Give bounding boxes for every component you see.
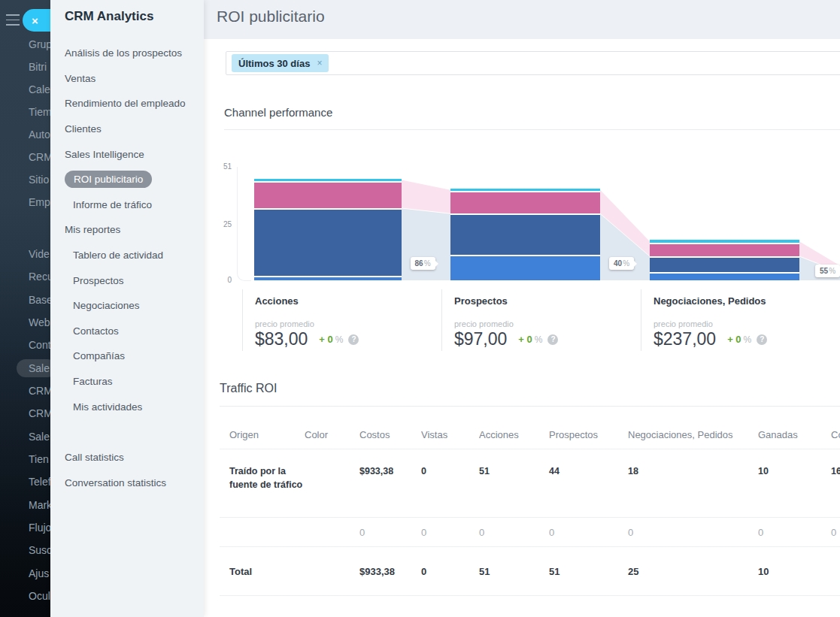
table-header-row: Origen Color Costos Vistas Acciones Pros… — [220, 421, 840, 449]
rail-item-sitios[interactable]: Sitio — [0, 168, 50, 191]
help-icon[interactable]: ? — [757, 334, 767, 345]
stage-card-title: Acciones — [255, 295, 441, 307]
avg-price-value: $237,00 — [654, 329, 716, 349]
funnel-bar-cyan — [450, 189, 600, 192]
table-cell — [305, 449, 359, 518]
table-cell: 0 — [421, 449, 479, 518]
column-header-co[interactable]: Co — [831, 421, 840, 449]
rail-item-recursos[interactable]: Recu — [0, 265, 50, 288]
funnel-bar-darkblue — [650, 258, 799, 273]
menu-item-negociaciones[interactable]: Negociaciones — [50, 293, 204, 319]
hamburger-menu-icon[interactable] — [6, 14, 20, 26]
avg-price-label: precio promedio — [454, 319, 641, 328]
filter-chip[interactable]: Últimos 30 días × — [232, 54, 329, 72]
rail-item-crm-3[interactable]: CRM — [0, 402, 50, 425]
percent-sign: % — [535, 334, 543, 345]
table-row: 0 0 0 0 0 0 0 — [220, 518, 840, 547]
menu-item-roi-publicitario-active[interactable]: ROI publicitario — [50, 167, 204, 192]
funnel-bar-blue — [450, 256, 600, 280]
conversion-badge: 55% — [815, 265, 840, 277]
rail-item-telefonia[interactable]: Telef — [0, 470, 50, 493]
close-icon: × — [32, 14, 38, 27]
page-title: ROI publicitario — [217, 8, 325, 26]
main-content: ROI publicitario Últimos 30 días × Chann… — [204, 0, 840, 617]
divider — [220, 406, 840, 407]
menu-item-rendimiento-empleado[interactable]: Rendimiento del empleado — [50, 91, 204, 116]
traffic-roi-table: Origen Color Costos Vistas Acciones Pros… — [220, 421, 840, 596]
table-cell: 0 — [831, 518, 840, 547]
table-cell: 51 — [479, 547, 549, 596]
crm-analytics-menu-panel: CRM Analytics Análisis de los prospectos… — [50, 0, 204, 617]
table-cell: 0 — [421, 518, 479, 547]
rail-item-ajustes[interactable]: Ajus — [0, 562, 50, 585]
help-icon[interactable]: ? — [547, 334, 558, 345]
help-icon[interactable]: ? — [348, 334, 359, 345]
rail-item-calendario[interactable]: Cale — [0, 78, 50, 101]
rail-item-ocultar[interactable]: Ocul — [0, 585, 50, 607]
menu-item-tablero-actividad[interactable]: Tablero de actividad — [50, 243, 204, 268]
column-header-ganadas[interactable]: Ganadas — [758, 421, 831, 449]
rail-item-webmail[interactable]: Web — [0, 311, 50, 334]
funnel-chart: 51 25 0 86%40%55% — [204, 134, 840, 293]
rail-item-sales[interactable]: Sale — [0, 425, 50, 448]
table-cell: 51 — [549, 547, 628, 596]
menu-item-clientes[interactable]: Clientes — [50, 116, 204, 142]
rail-item-tiempo[interactable]: Tiem — [0, 101, 50, 123]
rail-item-tienda[interactable]: Tien — [0, 448, 50, 470]
menu-item-analisis-prospectos[interactable]: Análisis de los prospectos — [50, 41, 204, 66]
rail-group-top: Grup Bitri Cale Tiem Auto CRM Sitio Emp — [0, 33, 50, 213]
rail-item-empresa[interactable]: Emp — [0, 191, 50, 213]
chip-close-icon[interactable]: × — [317, 58, 322, 68]
divider — [224, 129, 840, 130]
menu-item-facturas[interactable]: Facturas — [50, 369, 204, 395]
table-cell: 0 — [758, 518, 831, 547]
rail-item-bitrix[interactable]: Bitri — [0, 56, 50, 78]
rail-item-grupos[interactable]: Grup — [0, 33, 50, 56]
menu-item-ventas[interactable]: Ventas — [50, 66, 204, 92]
menu-item-sales-intelligence[interactable]: Sales Intelligence — [50, 141, 204, 167]
rail-item-sales-intelligence[interactable]: Sale — [0, 357, 50, 380]
rail-item-suscripcion[interactable]: Susc — [0, 539, 50, 561]
rail-item-flujos[interactable]: Flujo — [0, 516, 50, 539]
rail-item-auto[interactable]: Auto — [0, 123, 50, 146]
table-cell: 25 — [628, 547, 758, 596]
menu-item-informe-trafico[interactable]: Informe de tráfico — [50, 192, 204, 218]
table-cell: 0 — [479, 518, 549, 547]
rail-item-video[interactable]: Vide — [0, 243, 50, 265]
rail-item-crm-2[interactable]: CRM — [0, 380, 50, 402]
filter-chip-label: Últimos 30 días — [238, 58, 310, 69]
column-header-acciones[interactable]: Acciones — [479, 421, 549, 449]
menu-item-mis-reportes[interactable]: Mis reportes — [50, 217, 204, 243]
column-header-color[interactable]: Color — [305, 421, 359, 449]
funnel-bar-pink — [650, 244, 799, 256]
rail-item-contact[interactable]: Cont — [0, 334, 50, 356]
table-cell: 10 — [758, 449, 831, 518]
menu-item-call-statistics[interactable]: Call statistics — [50, 445, 204, 470]
rail-item-base[interactable]: Base — [0, 289, 50, 311]
menu-item-prospectos[interactable]: Prospectos — [50, 268, 204, 293]
column-header-costos[interactable]: Costos — [359, 421, 421, 449]
table-cell: 51 — [479, 449, 549, 518]
column-header-vistas[interactable]: Vistas — [421, 421, 479, 449]
column-header-prospectos[interactable]: Prospectos — [549, 421, 628, 449]
table-cell — [831, 547, 840, 596]
table-cell: 0 — [549, 518, 628, 547]
avg-price-label: precio promedio — [255, 319, 441, 328]
menu-item-contactos[interactable]: Contactos — [50, 319, 204, 344]
menu-item-mis-actividades[interactable]: Mis actividades — [50, 394, 204, 419]
filter-search-bar[interactable]: Últimos 30 días × — [226, 51, 840, 75]
rail-item-crm[interactable]: CRM — [0, 146, 50, 168]
delta-value: + 0 — [319, 334, 332, 345]
funnel-bar-blue — [254, 277, 402, 280]
column-header-negociaciones-pedidos[interactable]: Negociaciones, Pedidos — [628, 421, 758, 449]
section-title-traffic-roi: Traffic ROI — [220, 382, 277, 395]
rail-item-marketing[interactable]: Mark — [0, 494, 50, 516]
menu-item-companias[interactable]: Compañías — [50, 343, 204, 369]
stage-card-prospectos: Prospectos precio promedio $97,00 + 0 % … — [441, 289, 641, 351]
menu-item-conversation-statistics[interactable]: Conversation statistics — [50, 470, 204, 496]
collapse-menu-button[interactable]: × — [23, 9, 50, 32]
funnel-bar-darkblue — [450, 215, 600, 255]
percent-sign: % — [744, 334, 752, 345]
funnel-bar-pink — [254, 183, 402, 207]
column-header-origen[interactable]: Origen — [220, 421, 305, 449]
